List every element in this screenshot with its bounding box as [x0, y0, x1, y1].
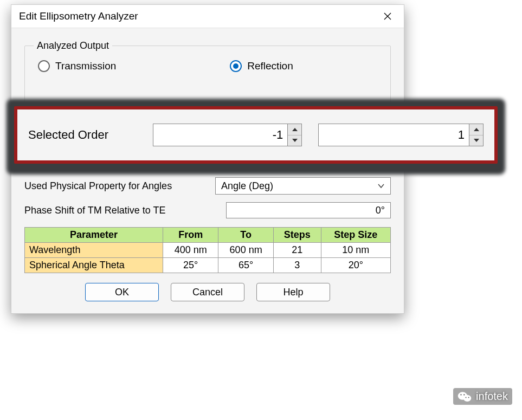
parameter-table: Parameter From To Steps Step Size Wavele… — [24, 227, 391, 273]
ok-button[interactable]: OK — [85, 283, 159, 301]
spin-arrows — [287, 124, 301, 146]
col-steps: Steps — [274, 228, 321, 243]
svg-point-4 — [466, 397, 467, 398]
radio-transmission-label: Transmission — [55, 60, 116, 72]
angle-property-label: Used Physical Property for Angles — [24, 180, 209, 192]
selected-order-spin-2[interactable]: 1 — [318, 124, 484, 146]
angle-property-select[interactable]: Angle (Deg) — [215, 177, 391, 195]
angle-property-value: Angle (Deg) — [221, 180, 273, 192]
table-row[interactable]: Spherical Angle Theta 25° 65° 3 20° — [25, 258, 391, 273]
watermark-text: infotek — [476, 390, 508, 403]
table-row[interactable]: Wavelength 400 nm 600 nm 21 10 nm — [25, 243, 391, 258]
table-header-row: Parameter From To Steps Step Size — [25, 228, 391, 243]
cell-from: 25° — [163, 258, 218, 273]
title-bar: Edit Ellipsometry Analyzer — [11, 5, 404, 28]
radio-reflection-label: Reflection — [247, 60, 293, 72]
cell-to: 600 nm — [218, 243, 274, 258]
cancel-button[interactable]: Cancel — [171, 283, 244, 301]
chevron-down-icon — [377, 182, 385, 190]
phase-shift-value: 0° — [376, 205, 385, 216]
col-parameter: Parameter — [25, 228, 163, 243]
selected-order-overlay: Selected Order -1 1 — [7, 99, 505, 175]
radio-circle-icon — [230, 60, 242, 72]
cell-step-size: 20° — [321, 258, 390, 273]
chevron-down-icon — [474, 139, 479, 142]
analyzed-output-radios: Transmission Reflection — [34, 58, 382, 72]
svg-point-5 — [468, 397, 469, 398]
selected-order-value-1: -1 — [153, 124, 287, 146]
dialog-content: Analyzed Output Transmission Reflection … — [11, 28, 404, 313]
close-button[interactable] — [377, 8, 398, 24]
analyzed-output-legend: Analyzed Output — [34, 40, 112, 51]
phase-shift-row: Phase Shift of TM Relative to TE 0° — [24, 202, 391, 218]
phase-shift-input[interactable]: 0° — [226, 202, 391, 218]
cell-step-size: 10 nm — [321, 243, 390, 258]
svg-point-2 — [460, 394, 461, 395]
watermark: infotek — [453, 388, 512, 405]
selected-order-label: Selected Order — [28, 128, 137, 142]
cell-from: 400 nm — [163, 243, 218, 258]
cell-param-name: Wavelength — [25, 243, 163, 258]
radio-circle-icon — [38, 60, 50, 72]
selected-order-value-2: 1 — [319, 124, 469, 146]
cell-steps: 21 — [274, 243, 321, 258]
svg-point-3 — [463, 394, 465, 395]
dialog-buttons: OK Cancel Help — [24, 283, 391, 301]
spin-up-button[interactable] — [469, 124, 483, 135]
col-step-size: Step Size — [321, 228, 390, 243]
help-button[interactable]: Help — [256, 283, 330, 301]
col-to: To — [218, 228, 274, 243]
selected-order-spin-1[interactable]: -1 — [153, 124, 302, 146]
spin-down-button[interactable] — [469, 135, 483, 146]
angle-property-row: Used Physical Property for Angles Angle … — [24, 177, 391, 195]
radio-transmission[interactable]: Transmission — [38, 60, 116, 72]
window-title: Edit Ellipsometry Analyzer — [19, 10, 138, 22]
radio-reflection[interactable]: Reflection — [230, 60, 293, 72]
phase-shift-label: Phase Shift of TM Relative to TE — [24, 205, 220, 216]
cell-to: 65° — [218, 258, 274, 273]
spin-arrows — [469, 124, 483, 146]
cell-steps: 3 — [274, 258, 321, 273]
chevron-down-icon — [292, 139, 298, 142]
chevron-up-icon — [292, 128, 298, 131]
wechat-icon — [457, 391, 472, 403]
cell-param-name: Spherical Angle Theta — [25, 258, 163, 273]
selected-order-panel: Selected Order -1 1 — [14, 106, 498, 164]
spin-down-button[interactable] — [288, 135, 301, 146]
chevron-up-icon — [474, 128, 479, 131]
spin-up-button[interactable] — [288, 124, 301, 135]
col-from: From — [163, 228, 218, 243]
close-icon — [383, 12, 392, 21]
svg-point-1 — [463, 395, 471, 401]
